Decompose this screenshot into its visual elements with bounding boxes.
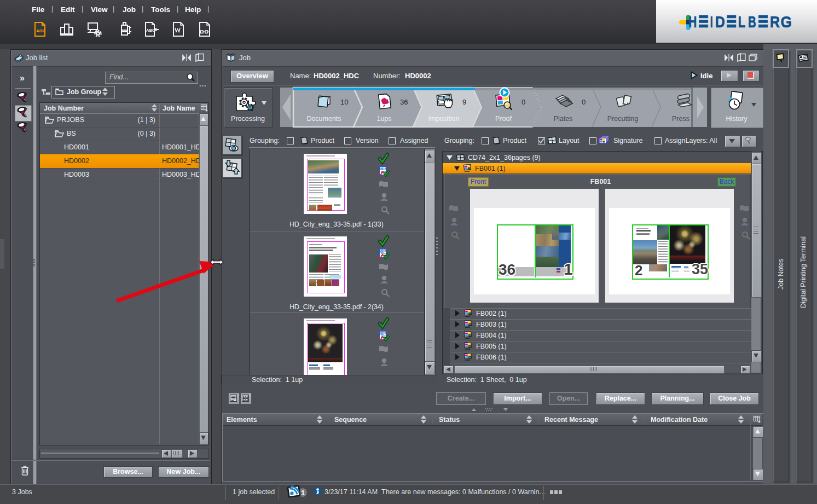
svg-text:L: L (738, 13, 745, 31)
svg-text:I: I (710, 13, 713, 31)
svg-text:ABC: ABC (36, 28, 46, 33)
svg-text:R: R (770, 13, 780, 31)
svg-text:B: B (748, 13, 756, 31)
svg-text:D: D (715, 13, 725, 31)
svg-text:H: H (688, 13, 697, 31)
svg-text:G: G (780, 13, 792, 31)
svg-text:1: 1 (301, 489, 305, 497)
svg-text:ABC: ABC (146, 28, 155, 33)
